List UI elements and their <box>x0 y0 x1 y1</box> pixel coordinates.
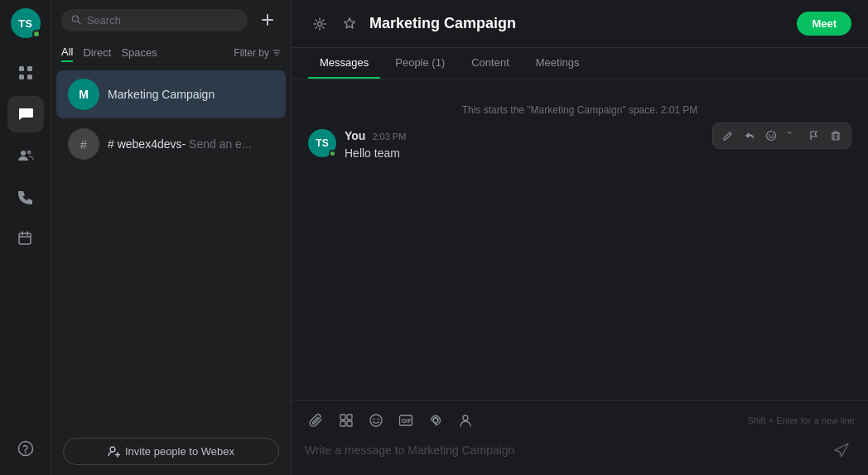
svg-rect-2 <box>19 74 24 79</box>
flag-icon <box>808 130 820 142</box>
edit-icon <box>722 130 734 142</box>
svg-rect-20 <box>347 421 352 426</box>
search-bar[interactable] <box>61 9 248 31</box>
svg-point-22 <box>374 419 375 420</box>
settings-icon <box>313 17 326 31</box>
tab-messages[interactable]: Messages <box>308 48 380 79</box>
svg-point-23 <box>378 419 379 420</box>
svg-text:": " <box>788 130 791 142</box>
tab-meetings[interactable]: Meetings <box>524 48 591 79</box>
sidebar-item-meetings[interactable] <box>7 220 44 257</box>
filter-by-button[interactable]: Filter by <box>234 47 281 59</box>
send-button[interactable] <box>828 437 855 463</box>
system-message: This starts the "Marketing Campaign" spa… <box>308 104 851 116</box>
svg-point-10 <box>110 447 115 452</box>
svg-rect-3 <box>27 74 32 79</box>
reply-message-button[interactable] <box>740 126 760 146</box>
overview-icon <box>17 64 35 82</box>
attach-icon <box>309 413 324 428</box>
mention-icon <box>428 413 443 428</box>
add-conversation-button[interactable] <box>254 7 281 33</box>
send-icon <box>833 442 850 458</box>
emoji-button[interactable] <box>364 409 388 432</box>
conversations-bottom: Invite people to Webex <box>51 428 291 475</box>
quote-icon: " <box>787 130 798 142</box>
svg-point-13 <box>769 134 770 136</box>
meet-button[interactable]: Meet <box>797 12 851 36</box>
sidebar-item-help[interactable] <box>7 430 44 467</box>
message-sender-name: You <box>345 129 365 142</box>
svg-point-8 <box>25 452 27 453</box>
edit-message-button[interactable] <box>718 126 738 146</box>
conversation-avatar-webex4devs: # <box>68 128 99 160</box>
message-input-row <box>305 437 855 463</box>
svg-rect-17 <box>340 415 345 420</box>
sidebar-item-teams[interactable] <box>7 137 44 174</box>
conversation-name-marketing: Marketing Campaign <box>108 88 274 101</box>
flag-message-button[interactable] <box>804 126 824 146</box>
help-icon <box>17 439 35 458</box>
meetings-icon <box>17 229 35 247</box>
person-add-icon <box>108 445 120 458</box>
user-avatar[interactable]: TS <box>11 8 41 38</box>
mention-button[interactable] <box>424 409 447 432</box>
filter-tab-all[interactable]: All <box>61 43 73 62</box>
conversation-item-webex4devs[interactable]: # # webex4devs- Send an e... <box>56 120 286 168</box>
chat-area: Marketing Campaign Meet Messages People … <box>292 0 868 475</box>
search-icon <box>71 14 82 26</box>
svg-point-14 <box>772 134 774 136</box>
conversation-name-webex4devs: # webex4devs- Send an e... <box>108 137 274 151</box>
user-initials: TS <box>18 17 32 30</box>
svg-text:GIF: GIF <box>402 417 412 425</box>
message-timestamp: 2:03 PM <box>372 132 406 142</box>
message-input[interactable] <box>305 444 822 457</box>
favorite-icon-btn[interactable] <box>338 12 361 36</box>
svg-point-27 <box>463 415 468 420</box>
plus-icon <box>260 12 275 27</box>
gif-button[interactable]: GIF <box>394 409 417 432</box>
teams-icon <box>17 146 35 165</box>
sidebar-item-overview[interactable] <box>7 55 44 91</box>
react-message-button[interactable] <box>761 126 781 146</box>
conversation-item-marketing-campaign[interactable]: M Marketing Campaign <box>56 70 286 118</box>
conversation-avatar-marketing: M <box>68 79 99 110</box>
calling-icon <box>17 188 35 206</box>
reply-icon <box>744 130 755 142</box>
filter-tab-direct[interactable]: Direct <box>83 44 111 61</box>
chat-header: Marketing Campaign Meet <box>292 0 868 48</box>
header-left-icons <box>308 12 361 36</box>
sender-online-dot <box>329 150 336 157</box>
svg-point-4 <box>21 151 26 156</box>
sidebar-item-messaging[interactable] <box>7 96 44 132</box>
filter-tab-spaces[interactable]: Spaces <box>121 44 157 61</box>
input-toolbar: GIF Shift + Enter for a new line <box>305 409 855 432</box>
svg-point-9 <box>72 16 78 22</box>
settings-icon-btn[interactable] <box>308 12 331 36</box>
people-button[interactable] <box>454 409 477 432</box>
svg-point-21 <box>370 415 382 426</box>
format-button[interactable] <box>335 409 358 432</box>
svg-rect-19 <box>340 421 345 426</box>
messaging-icon <box>17 105 35 123</box>
delete-message-button[interactable] <box>826 126 846 146</box>
input-hint: Shift + Enter for a new line <box>748 415 855 425</box>
tab-people[interactable]: People (1) <box>383 48 456 79</box>
quote-message-button[interactable]: " <box>783 126 803 146</box>
people-icon <box>458 413 473 428</box>
invite-label: Invite people to Webex <box>125 445 234 458</box>
sidebar-item-calling[interactable] <box>7 179 44 215</box>
messages-area: This starts the "Marketing Campaign" spa… <box>292 79 868 400</box>
chat-title: Marketing Campaign <box>369 15 516 32</box>
table-row: TS You 2:03 PM Hello team <box>308 129 851 162</box>
invite-people-button[interactable]: Invite people to Webex <box>63 438 279 465</box>
tab-content[interactable]: Content <box>460 48 521 79</box>
message-sender-avatar: TS <box>308 129 336 157</box>
svg-rect-1 <box>27 66 32 71</box>
svg-rect-18 <box>347 415 352 420</box>
emoji-icon <box>765 130 777 142</box>
star-icon <box>343 17 356 31</box>
message-input-area: GIF Shift + Enter for a new line <box>292 400 868 475</box>
format-icon <box>339 413 354 428</box>
search-input[interactable] <box>87 14 238 26</box>
attach-button[interactable] <box>305 409 328 432</box>
